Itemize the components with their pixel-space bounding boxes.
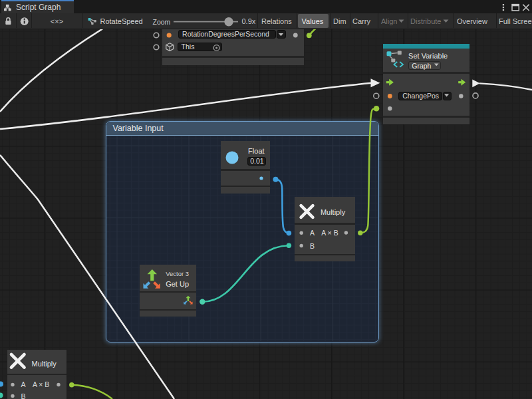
svg-text:<×>: <×>: [51, 17, 63, 25]
